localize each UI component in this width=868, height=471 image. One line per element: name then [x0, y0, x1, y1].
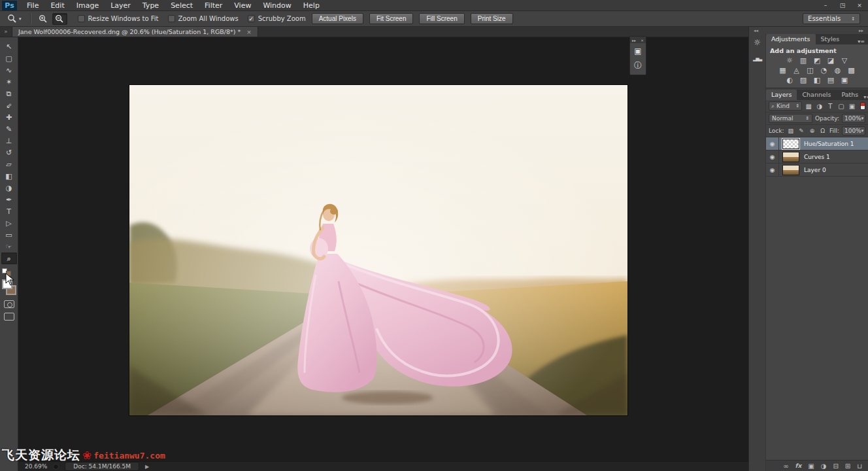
- brush-tool[interactable]: ✎: [1, 123, 17, 135]
- actual-pixels-button[interactable]: Actual Pixels: [312, 13, 363, 24]
- layer-style-icon[interactable]: fx: [795, 462, 801, 469]
- tab-adjustments[interactable]: Adjustments: [766, 34, 816, 44]
- type-tool[interactable]: T: [1, 205, 17, 217]
- adjustment-curves-icon[interactable]: ◩: [812, 56, 822, 65]
- lock-transparency-icon[interactable]: ▨: [787, 128, 795, 134]
- tab-close-icon[interactable]: ×: [246, 29, 252, 35]
- filter-shape-layers-icon[interactable]: ▢: [837, 103, 846, 110]
- layer-thumbnail[interactable]: [782, 152, 799, 162]
- print-size-button[interactable]: Print Size: [471, 13, 513, 24]
- menu-layer[interactable]: Layer: [105, 0, 137, 11]
- marquee-tool[interactable]: ▢: [1, 52, 17, 64]
- layer-mask-thumbnail[interactable]: [782, 139, 799, 149]
- layer-thumbnail[interactable]: [782, 165, 799, 175]
- tab-styles[interactable]: Styles: [816, 34, 845, 44]
- adjustment-exposure-icon[interactable]: ◪: [826, 56, 836, 65]
- zoom-level-field[interactable]: 20.69%: [25, 463, 47, 470]
- adjustment-gradient-map-icon[interactable]: ▤: [826, 76, 836, 84]
- dodge-tool[interactable]: ◑: [1, 182, 17, 194]
- document-image[interactable]: [129, 85, 627, 415]
- status-options-arrow-icon[interactable]: ▶: [145, 464, 149, 470]
- lasso-tool[interactable]: ∿: [1, 64, 17, 76]
- delete-layer-icon[interactable]: ⊔: [857, 462, 862, 470]
- layers-panel-menu-icon[interactable]: ▾≡: [863, 94, 868, 100]
- canvas-area[interactable]: [18, 37, 748, 461]
- adjustment-black-white-icon[interactable]: ◫: [805, 66, 816, 75]
- tab-channels[interactable]: Channels: [797, 90, 836, 100]
- new-group-icon[interactable]: ⊟: [833, 462, 838, 470]
- workspace-switcher[interactable]: Essentials ↕: [803, 13, 860, 24]
- opacity-field[interactable]: 100% ▾: [842, 114, 865, 123]
- zoom-all-windows-checkbox[interactable]: [168, 15, 175, 22]
- adjustment-threshold-icon[interactable]: ◧: [812, 76, 822, 84]
- resize-windows-checkbox[interactable]: [78, 15, 85, 22]
- panel-expand-icon[interactable]: ▸▸: [632, 38, 636, 43]
- screen-mode-button[interactable]: [4, 313, 14, 321]
- panel-close-icon[interactable]: ×: [641, 38, 644, 43]
- info-icon[interactable]: ⓘ: [630, 58, 646, 73]
- adjustment-hue-saturation-icon[interactable]: ▦: [778, 66, 788, 75]
- scrubby-zoom-checkbox[interactable]: ✓: [248, 15, 255, 22]
- adjustment-invert-icon[interactable]: ◐: [784, 76, 795, 84]
- filter-smart-objects-icon[interactable]: ▣: [848, 103, 856, 110]
- fit-screen-button[interactable]: Fit Screen: [369, 13, 414, 24]
- current-tool-badge[interactable]: ▾: [4, 12, 25, 25]
- zoom-in-button[interactable]: [36, 13, 51, 25]
- link-layers-icon[interactable]: ∞: [783, 462, 788, 470]
- properties-icon[interactable]: ☼: [749, 34, 765, 50]
- filter-toggle-switch[interactable]: [860, 102, 865, 110]
- fill-screen-button[interactable]: Fill Screen: [419, 13, 464, 24]
- menu-window[interactable]: Window: [257, 0, 297, 11]
- adjustment-posterize-icon[interactable]: ▨: [798, 76, 809, 84]
- layer-row-hue-saturation[interactable]: ◉ Hue/Saturation 1: [766, 137, 868, 150]
- move-tool[interactable]: ↖: [1, 41, 17, 52]
- history-brush-tool[interactable]: ↺: [1, 147, 17, 158]
- document-tab[interactable]: Jane Wolf000006-Recovered.dng @ 20.6% (H…: [12, 27, 258, 37]
- blend-mode-dropdown[interactable]: Normal ⇕: [769, 114, 812, 123]
- adjustment-color-balance-icon[interactable]: ◬: [792, 66, 802, 75]
- crop-tool[interactable]: ⧉: [1, 88, 17, 99]
- minimize-button[interactable]: –: [817, 1, 834, 10]
- quick-selection-tool[interactable]: ✶: [1, 76, 17, 88]
- fill-field[interactable]: 100% ▾: [842, 126, 865, 135]
- zoom-tool[interactable]: ⌕: [1, 253, 17, 264]
- pen-tool[interactable]: ✒: [1, 194, 17, 205]
- expand-panels-icon[interactable]: ▸▸: [859, 28, 863, 33]
- path-selection-tool[interactable]: ▷: [1, 217, 17, 229]
- quick-mask-button[interactable]: [4, 300, 14, 308]
- new-layer-icon[interactable]: ⊞: [845, 462, 850, 470]
- adjustment-brightness-contrast-icon[interactable]: ☼: [784, 56, 795, 65]
- menu-type[interactable]: Type: [137, 0, 165, 11]
- gradient-tool[interactable]: ◧: [1, 170, 17, 182]
- add-layer-mask-icon[interactable]: ▣: [808, 462, 814, 470]
- menu-select[interactable]: Select: [165, 0, 199, 11]
- zoom-out-button[interactable]: [52, 13, 67, 25]
- clone-source-icon[interactable]: ▣: [630, 43, 646, 58]
- clone-stamp-tool[interactable]: ⊥: [1, 135, 17, 147]
- eraser-tool[interactable]: ▱: [1, 158, 17, 170]
- adjustment-vibrance-icon[interactable]: ▽: [839, 56, 850, 65]
- layer-row-layer0[interactable]: ◉ Layer 0: [766, 164, 868, 177]
- spot-healing-brush-tool[interactable]: ✚: [1, 111, 17, 123]
- lock-pixels-icon[interactable]: ✎: [797, 128, 805, 134]
- adjustment-channel-mixer-icon[interactable]: ◍: [833, 66, 843, 75]
- histogram-icon[interactable]: ▂▅▃: [749, 50, 765, 67]
- menu-edit[interactable]: Edit: [44, 0, 70, 11]
- filter-pixel-layers-icon[interactable]: ▦: [805, 103, 813, 110]
- lock-position-icon[interactable]: ⊕: [808, 128, 816, 134]
- collapse-panels-icon[interactable]: ◂◂: [754, 28, 758, 33]
- tab-paths[interactable]: Paths: [836, 90, 863, 100]
- scrubby-zoom-option[interactable]: ✓ Scrubby Zoom: [248, 15, 306, 22]
- filter-type-layers-icon[interactable]: T: [826, 103, 835, 110]
- menu-help[interactable]: Help: [297, 0, 326, 11]
- zoom-all-windows-option[interactable]: Zoom All Windows: [168, 15, 239, 22]
- rectangle-tool[interactable]: ▭: [1, 229, 17, 241]
- menu-view[interactable]: View: [228, 0, 257, 11]
- tab-layers[interactable]: Layers: [766, 90, 797, 100]
- adjustment-levels-icon[interactable]: ▥: [798, 56, 809, 65]
- visibility-eye-icon[interactable]: ◉: [766, 164, 779, 176]
- hand-tool[interactable]: ☞: [1, 241, 17, 253]
- filter-kind-dropdown[interactable]: ⌕ Kind ⇕: [769, 101, 802, 111]
- new-adjustment-layer-icon[interactable]: ◑: [821, 462, 827, 470]
- eyedropper-tool[interactable]: ⇙: [1, 99, 17, 111]
